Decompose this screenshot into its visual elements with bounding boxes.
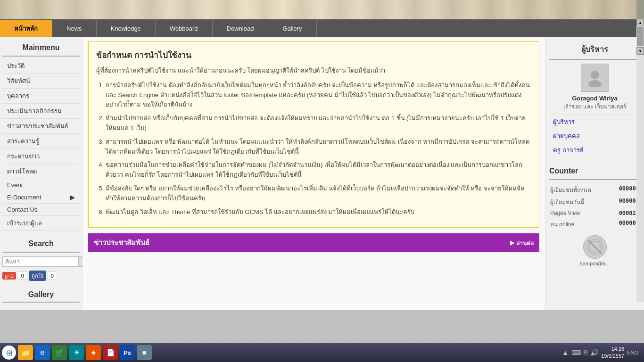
center-content: ข้อกำหนด การนำไปใช้งาน ผู้ที่ต้องการนำสค… <box>83 37 545 310</box>
nav-webboard[interactable]: Webboard <box>156 20 213 37</box>
admin-name: Goragod Wiriya <box>572 95 618 102</box>
article-box: ข้อกำหนด การนำไปใช้งาน ผู้ที่ต้องการนำสค… <box>88 41 539 228</box>
facebook-like-button[interactable]: ถูกใจ <box>29 271 46 281</box>
person-icon <box>586 68 604 87</box>
right-sidebar: ผู้บริหาร Goragod Wiriya เจ้าของ และ เว็… <box>545 37 644 310</box>
scroll-down-button[interactable]: ▼ <box>636 47 644 55</box>
admin-section-title: ผู้บริหาร <box>549 41 640 60</box>
counter-email: sompot@h... <box>580 261 610 266</box>
svg-point-0 <box>591 71 599 79</box>
sidebar-item-download[interactable]: ดาวน์โหลด <box>2 164 80 179</box>
search-section: Search 🔍 g+1 0 ถูกใจ 0 <box>2 237 80 281</box>
svg-point-1 <box>588 80 602 87</box>
list-item: ขอความร่วมมือในการช่วยเหลือค่าใช้จ่ายในก… <box>106 160 531 180</box>
sidebar-item-evaluate[interactable]: ประเมินภาคกิจกรรม <box>2 104 80 119</box>
sidebar-item-login[interactable]: เข้าระบบผู้แล <box>2 216 80 231</box>
list-item: ห้ามนำไปขายต่อ หรือเก็บกับบุคคลที่สาม กา… <box>106 114 531 133</box>
list-item: สามารถนำไปเผยแพร่ หรือ พัฒนาต่อได้ ไม่ห้… <box>106 137 531 157</box>
avatar-image <box>581 64 609 92</box>
counter-avatar-img <box>583 235 607 259</box>
search-input[interactable] <box>2 256 79 267</box>
sidebar-item-contact[interactable]: Contact Us <box>2 204 80 216</box>
counter-row-pages: Pages View 000021 <box>549 208 640 218</box>
counter-section: Counter ผู้เยี่ยมชมทั้งหมด 000004 ผู้เยี… <box>549 164 640 266</box>
sidebar-item-knowledge[interactable]: สาระความรู้ <box>2 134 80 149</box>
read-more-button[interactable]: ▶ อ่านต่อ <box>510 239 534 247</box>
admin-link-teacher[interactable]: ครู อาจารย์ <box>549 143 640 157</box>
admin-role: เจ้าของ และ เว็บมาสเตอร์ <box>563 102 626 111</box>
read-more-icon: ▶ <box>510 239 514 246</box>
social-row: g+1 0 ถูกใจ 0 <box>2 271 80 281</box>
counter-row-today: ผู้เยี่ยมชมวันนี้ 000001 <box>549 196 640 208</box>
list-item: มีข้อสงสัย ใดๆ หรือ อยากให้ผมช่วยเหลืออะ… <box>106 184 531 204</box>
counter-row-online: คน online 000001 <box>549 218 640 230</box>
counter-title: Counter <box>549 164 640 180</box>
left-sidebar: Mainmenu ประวัติ วิสัยทัศน์ บุคลากร ประเ… <box>0 37 83 310</box>
admin-link-personnel[interactable]: ฝ่ายบุคคล <box>549 129 640 143</box>
article-intro: ผู้ที่ต้องการนำสคริปต์ไปใช้งาน แนะนำให้อ… <box>96 66 531 76</box>
search-title: Search <box>2 237 80 253</box>
sidebar-item-personnel[interactable]: บุคลากร <box>2 89 80 104</box>
gplus-button[interactable]: g+1 <box>2 272 16 280</box>
no-image-icon <box>586 239 603 255</box>
search-input-wrap: 🔍 <box>2 256 80 267</box>
nav-news[interactable]: News <box>52 20 97 37</box>
navbar: หน้าหลัก News Knowledge Webboard Downloa… <box>0 20 644 37</box>
scroll-up-button[interactable]: ▲ <box>636 19 644 26</box>
nav-knowledge[interactable]: Knowledge <box>97 20 156 37</box>
sidebar-item-news-pr[interactable]: ข่าวสาร/ประชาสัมพันธ์ <box>2 119 80 134</box>
article-title: ข้อกำหนด การนำไปใช้งาน <box>96 49 531 61</box>
scrollbar[interactable]: ▲ ▼ <box>636 19 644 302</box>
admin-links: ผู้บริหาร ฝ่ายบุคคล ครู อาจารย์ <box>549 115 640 157</box>
gallery-title: Gallery <box>2 288 80 303</box>
counter-row-total: ผู้เยี่ยมชมทั้งหมด 000004 <box>549 184 640 196</box>
fb-count: 0 <box>48 272 57 280</box>
nav-gallery[interactable]: Gallery <box>268 20 316 37</box>
news-bar-title: ข่าวประชาสัมพันธ์ <box>94 237 149 248</box>
admin-link-manager[interactable]: ผู้บริหาร <box>549 115 640 129</box>
list-item: พัฒนาโมดูล วิดเจ็ท และ Theme ที่สามารถใช… <box>106 207 531 217</box>
news-bar: ข่าวประชาสัมพันธ์ ▶ อ่านต่อ <box>88 233 539 252</box>
sidebar-item-history[interactable]: ประวัติ <box>2 58 80 74</box>
list-item: การนำสคริปต์ไปใช้งาน ต้องทำลิงค์กลับมายั… <box>106 81 531 110</box>
sidebar-item-board[interactable]: กระดานข่าว <box>2 149 80 164</box>
counter-avatar: sompot@h... <box>549 235 640 266</box>
nav-home[interactable]: หน้าหลัก <box>0 20 52 37</box>
admin-avatar: Goragod Wiriya เจ้าของ และ เว็บมาสเตอร์ <box>549 64 640 111</box>
main-layout: Mainmenu ประวัติ วิสัยทัศน์ บุคลากร ประเ… <box>0 37 644 310</box>
article-list: การนำสคริปต์ไปใช้งาน ต้องทำลิงค์กลับมายั… <box>96 81 531 217</box>
scroll-thumb[interactable] <box>637 27 644 46</box>
top-banner <box>0 0 644 20</box>
gplus-count: 0 <box>18 272 27 280</box>
chevron-right-icon: ▶ <box>70 194 75 201</box>
sidebar-item-edocument[interactable]: E-Document ▶ <box>2 191 80 204</box>
sidebar-item-event[interactable]: Event <box>2 179 80 191</box>
mainmenu-title: Mainmenu <box>2 41 80 57</box>
nav-download[interactable]: Download <box>213 20 269 37</box>
sidebar-item-vision[interactable]: วิสัยทัศน์ <box>2 74 80 89</box>
